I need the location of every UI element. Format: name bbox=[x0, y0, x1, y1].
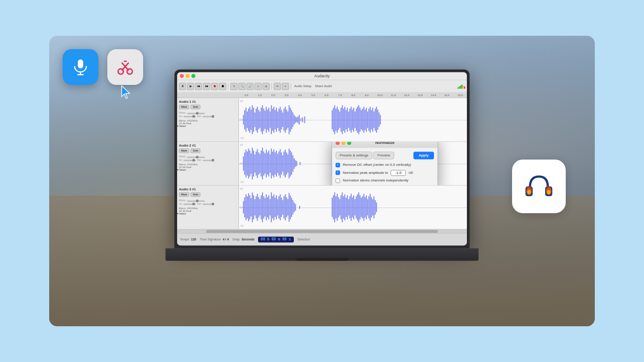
track-2-mute[interactable]: Mute bbox=[179, 148, 189, 153]
stop-button[interactable]: ⏹ bbox=[219, 83, 226, 90]
skip-forward-button[interactable]: ⏭ bbox=[203, 83, 210, 90]
trim-button[interactable]: ✂ bbox=[274, 83, 281, 90]
cursor-tool-button[interactable]: ↖ bbox=[230, 83, 237, 90]
minimize-button[interactable] bbox=[186, 74, 190, 78]
close-button[interactable] bbox=[180, 74, 184, 78]
track-2-solo[interactable]: Solo bbox=[191, 148, 200, 153]
toolbar-separator-1 bbox=[228, 83, 229, 89]
ruler-mark: 8.0 bbox=[347, 94, 360, 97]
track-3-gain-slider[interactable] bbox=[187, 200, 205, 202]
fit-button[interactable]: ⤢ bbox=[254, 83, 262, 90]
presets-tab[interactable]: Presets & settings bbox=[335, 152, 372, 159]
track-2-pan-slider[interactable] bbox=[203, 160, 212, 161]
zoom-out-button[interactable]: 🔎 bbox=[246, 83, 254, 90]
track-3-vol-slider[interactable] bbox=[183, 203, 196, 205]
svg-rect-224 bbox=[335, 196, 336, 219]
svg-rect-54 bbox=[301, 118, 301, 121]
svg-rect-239 bbox=[355, 199, 356, 216]
svg-rect-179 bbox=[244, 197, 245, 217]
svg-rect-134 bbox=[291, 152, 292, 175]
svg-rect-204 bbox=[276, 195, 277, 219]
svg-rect-225 bbox=[337, 194, 338, 221]
track-2-vol-label: Vol bbox=[179, 159, 182, 161]
svg-rect-241 bbox=[357, 194, 358, 220]
track-2-select[interactable]: ▾ Select bbox=[177, 168, 235, 171]
track-1-name: Audio 1 #1 bbox=[179, 100, 237, 104]
svg-rect-138 bbox=[296, 161, 297, 166]
track-1-solo[interactable]: Solo bbox=[191, 105, 200, 109]
svg-rect-47 bbox=[291, 110, 292, 129]
track-3-pan-label: Pan bbox=[197, 202, 201, 205]
svg-rect-77 bbox=[357, 107, 358, 133]
mic-app-icon[interactable] bbox=[63, 49, 98, 85]
dialog-close-button[interactable] bbox=[335, 142, 339, 145]
track-3-solo[interactable]: Solo bbox=[191, 192, 200, 197]
svg-rect-70 bbox=[348, 112, 349, 128]
remove-dc-checkbox[interactable] bbox=[335, 163, 340, 167]
dialog-minimize-button[interactable] bbox=[341, 142, 345, 145]
horizontal-scrollbar[interactable] bbox=[177, 229, 467, 233]
zoom-in-button[interactable]: 🔍 bbox=[238, 83, 246, 90]
svg-rect-127 bbox=[282, 156, 283, 172]
scissors-app-icon[interactable] bbox=[107, 49, 143, 85]
dialog-maximize-button[interactable] bbox=[347, 142, 351, 145]
svg-rect-135 bbox=[292, 156, 293, 172]
dialog-body: Presets & settings Preview Apply Remove … bbox=[332, 148, 437, 185]
svg-rect-28 bbox=[267, 109, 268, 130]
svg-rect-197 bbox=[267, 197, 268, 217]
track-3-select[interactable]: ▾ Select bbox=[177, 212, 235, 215]
share-audio-label[interactable]: Share Audio bbox=[314, 84, 333, 88]
stereo-checkbox[interactable] bbox=[335, 178, 340, 183]
svg-rect-245 bbox=[362, 196, 363, 219]
maximize-button[interactable] bbox=[191, 74, 195, 78]
ruler-mark: 16.0 bbox=[453, 94, 467, 97]
track-2-gain-label: Effects bbox=[179, 155, 186, 158]
track-2-name: Audio 2 #1 bbox=[179, 143, 237, 147]
track-2-waveform[interactable]: 1.0 0.0 -1.0 bbox=[239, 142, 467, 185]
preview-tab[interactable]: Preview bbox=[373, 152, 394, 159]
svg-rect-86 bbox=[369, 109, 369, 131]
pause-button[interactable]: ⏸ bbox=[179, 83, 186, 90]
svg-rect-26 bbox=[265, 110, 266, 129]
audio-setup-label[interactable]: Audio Setup bbox=[293, 84, 313, 88]
svg-rect-255 bbox=[375, 200, 376, 215]
svg-rect-121 bbox=[275, 152, 275, 175]
svg-rect-230 bbox=[343, 196, 344, 219]
peak-value-input[interactable] bbox=[391, 170, 406, 176]
play-button[interactable]: ▶ bbox=[187, 83, 194, 90]
svg-rect-234 bbox=[348, 199, 349, 216]
record-button[interactable]: ⏺ bbox=[211, 83, 218, 90]
svg-rect-39 bbox=[281, 110, 282, 129]
track-1-waveform[interactable]: 1.0 0.0 -1.0 bbox=[239, 98, 467, 141]
svg-rect-56 bbox=[304, 116, 305, 123]
track-1-vol-slider[interactable] bbox=[183, 116, 196, 117]
ruler-mark: 14.0 bbox=[427, 94, 440, 97]
track-2-vol-slider[interactable] bbox=[183, 160, 196, 161]
track-1-gain-slider[interactable] bbox=[187, 113, 205, 114]
svg-rect-59 bbox=[334, 105, 335, 135]
svg-rect-120 bbox=[273, 150, 274, 178]
track-1-mute[interactable]: Mute bbox=[179, 105, 189, 109]
snap-value: Seconds bbox=[242, 238, 254, 241]
skip-back-button[interactable]: ⏮ bbox=[195, 83, 202, 90]
svg-rect-102 bbox=[250, 153, 251, 173]
svg-rect-181 bbox=[247, 196, 248, 219]
svg-rect-193 bbox=[262, 192, 263, 222]
apply-button[interactable]: Apply bbox=[413, 152, 434, 159]
tempo-section: Tempo 120 bbox=[180, 238, 196, 241]
track-3-mute[interactable]: Mute bbox=[179, 192, 189, 197]
svg-rect-98 bbox=[246, 150, 246, 178]
audacity-window: Audacity ⏸ ▶ ⏮ ⏭ ⏺ ⏹ ↖ 🔍 🔎 ⤢ bbox=[177, 72, 467, 245]
silence-button[interactable]: = bbox=[282, 83, 289, 90]
svg-rect-178 bbox=[243, 201, 244, 214]
headphones-app-icon[interactable] bbox=[512, 160, 566, 213]
normalize-peak-checkbox[interactable] bbox=[335, 170, 340, 175]
track-2-info: Mono, 44100Hz32-bit float bbox=[179, 163, 237, 168]
zoom-sel-button[interactable]: ⊡ bbox=[263, 83, 270, 90]
svg-rect-249 bbox=[367, 199, 368, 216]
track-1-select[interactable]: ▾ Select bbox=[177, 125, 235, 127]
track-3-pan-slider[interactable] bbox=[203, 203, 212, 205]
track-2-gain-slider[interactable] bbox=[187, 156, 205, 158]
track-3-waveform[interactable]: 1.0 0.0 -1.0 bbox=[239, 185, 467, 229]
track-1-pan-slider[interactable] bbox=[203, 116, 212, 117]
